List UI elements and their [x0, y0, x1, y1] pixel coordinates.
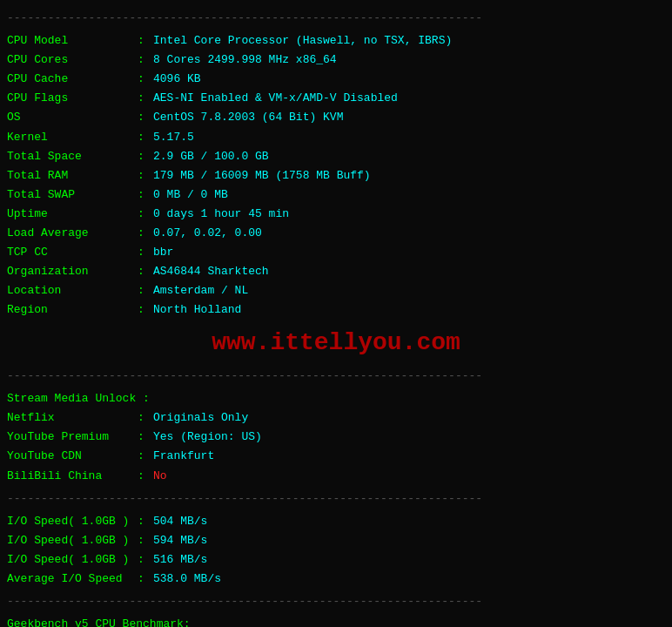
row-label: OS: [7, 108, 138, 127]
row-label: I/O Speed( 1.0GB ): [7, 512, 138, 531]
row-value: 0.07, 0.02, 0.00: [153, 224, 262, 243]
row-colon: :: [138, 185, 150, 205]
row-label: Total RAM: [7, 166, 138, 185]
row-label: I/O Speed( 1.0GB ): [7, 550, 138, 570]
watermark: www.ittellyou.com: [7, 322, 665, 364]
row-value: Amsterdam / NL: [153, 281, 248, 300]
row-value: 516 MB/s: [153, 550, 207, 570]
row-colon: :: [138, 467, 150, 486]
row-label: BiliBili China: [7, 467, 138, 486]
row-value: 4096 KB: [153, 70, 201, 89]
row-colon: :: [138, 205, 150, 224]
row-value: Frankfurt: [153, 447, 214, 466]
row-value: bbr: [153, 243, 173, 262]
row-value: 504 MB/s: [153, 512, 207, 531]
row-label: I/O Speed( 1.0GB ): [7, 531, 138, 550]
row-label: Load Average: [7, 224, 138, 243]
row-colon: :: [138, 408, 150, 428]
row-value: No: [153, 467, 167, 486]
table-row: Total SWAP : 0 MB / 0 MB: [7, 185, 665, 205]
table-row: OS : CentOS 7.8.2003 (64 Bit) KVM: [7, 108, 665, 127]
row-colon: :: [138, 262, 150, 281]
media-section: Stream Media Unlock : Netflix : Original…: [7, 389, 665, 509]
row-colon: :: [138, 166, 150, 185]
divider-top: ----------------------------------------…: [7, 9, 665, 28]
sysinfo-rows: CPU Model : Intel Core Processor (Haswel…: [7, 31, 665, 320]
table-row: Region : North Holland: [7, 300, 665, 320]
row-label: TCP CC: [7, 243, 138, 262]
row-colon: :: [138, 512, 150, 531]
row-colon: :: [138, 531, 150, 550]
row-colon: :: [138, 243, 150, 262]
row-label: Average I/O Speed: [7, 570, 138, 589]
row-label: Organization: [7, 262, 138, 281]
divider-after-media: ----------------------------------------…: [7, 489, 665, 509]
row-colon: :: [138, 51, 150, 70]
row-colon: :: [138, 428, 150, 447]
row-value: 179 MB / 16009 MB (1758 MB Buff): [153, 166, 371, 185]
row-label: Total Space: [7, 147, 138, 166]
row-label: Total SWAP: [7, 185, 138, 205]
table-row: YouTube Premium : Yes (Region: US): [7, 428, 665, 447]
divider-after-sysinfo: ----------------------------------------…: [7, 367, 665, 386]
row-colon: :: [138, 108, 150, 127]
row-colon: :: [138, 31, 150, 51]
row-label: CPU Cores: [7, 51, 138, 70]
geekbench-header-label: Geekbench v5 CPU Benchmark:: [7, 615, 191, 627]
media-header-label: Stream Media Unlock :: [7, 389, 150, 408]
row-value: 5.17.5: [153, 128, 194, 147]
row-colon: :: [138, 281, 150, 300]
table-row: Organization : AS46844 Sharktech: [7, 262, 665, 281]
table-row: Uptime : 0 days 1 hour 45 min: [7, 205, 665, 224]
row-value: Intel Core Processor (Haswell, no TSX, I…: [153, 31, 452, 51]
row-colon: :: [138, 89, 150, 108]
divider-after-io: ----------------------------------------…: [7, 592, 665, 611]
table-row: YouTube CDN : Frankfurt: [7, 447, 665, 466]
row-value: 594 MB/s: [153, 531, 207, 550]
row-value: Yes (Region: US): [153, 428, 262, 447]
row-value: North Holland: [153, 300, 241, 320]
row-value: AS46844 Sharktech: [153, 262, 269, 281]
row-label: YouTube CDN: [7, 447, 138, 466]
row-label: Netflix: [7, 408, 138, 428]
table-row: Total RAM : 179 MB / 16009 MB (1758 MB B…: [7, 166, 665, 185]
io-rows: I/O Speed( 1.0GB ) : 504 MB/sI/O Speed( …: [7, 512, 665, 589]
row-label: CPU Model: [7, 31, 138, 51]
media-header-row: Stream Media Unlock :: [7, 389, 665, 408]
table-row: BiliBili China : No: [7, 467, 665, 486]
geekbench-section: Geekbench v5 CPU Benchmark: Single Core …: [7, 615, 665, 627]
table-row: Netflix : Originals Only: [7, 408, 665, 428]
io-section: I/O Speed( 1.0GB ) : 504 MB/sI/O Speed( …: [7, 512, 665, 611]
table-row: I/O Speed( 1.0GB ) : 516 MB/s: [7, 550, 665, 570]
table-row: I/O Speed( 1.0GB ) : 594 MB/s: [7, 531, 665, 550]
row-value: 0 days 1 hour 45 min: [153, 205, 289, 224]
table-row: Kernel : 5.17.5: [7, 128, 665, 147]
table-row: Location : Amsterdam / NL: [7, 281, 665, 300]
row-value: 538.0 MB/s: [153, 570, 221, 589]
row-label: YouTube Premium: [7, 428, 138, 447]
table-row: Load Average : 0.07, 0.02, 0.00: [7, 224, 665, 243]
row-colon: :: [138, 70, 150, 89]
row-value: Originals Only: [153, 408, 248, 428]
row-colon: :: [138, 447, 150, 466]
table-row: CPU Cores : 8 Cores 2499.998 MHz x86_64: [7, 51, 665, 70]
table-row: CPU Model : Intel Core Processor (Haswel…: [7, 31, 665, 51]
row-colon: :: [138, 550, 150, 570]
table-row: I/O Speed( 1.0GB ) : 504 MB/s: [7, 512, 665, 531]
table-row: CPU Flags : AES-NI Enabled & VM-x/AMD-V …: [7, 89, 665, 108]
media-rows: Netflix : Originals OnlyYouTube Premium …: [7, 408, 665, 485]
row-value: AES-NI Enabled & VM-x/AMD-V Disabled: [153, 89, 398, 108]
row-value: 0 MB / 0 MB: [153, 185, 228, 205]
row-value: 8 Cores 2499.998 MHz x86_64: [153, 51, 337, 70]
row-colon: :: [138, 300, 150, 320]
row-value: 2.9 GB / 100.0 GB: [153, 147, 269, 166]
table-row: Average I/O Speed : 538.0 MB/s: [7, 570, 665, 589]
sysinfo-section: ----------------------------------------…: [7, 9, 665, 386]
table-row: Total Space : 2.9 GB / 100.0 GB: [7, 147, 665, 166]
geekbench-header-row: Geekbench v5 CPU Benchmark:: [7, 615, 665, 627]
row-colon: :: [138, 128, 150, 147]
table-row: TCP CC : bbr: [7, 243, 665, 262]
row-value: CentOS 7.8.2003 (64 Bit) KVM: [153, 108, 343, 127]
row-label: CPU Flags: [7, 89, 138, 108]
row-label: Uptime: [7, 205, 138, 224]
